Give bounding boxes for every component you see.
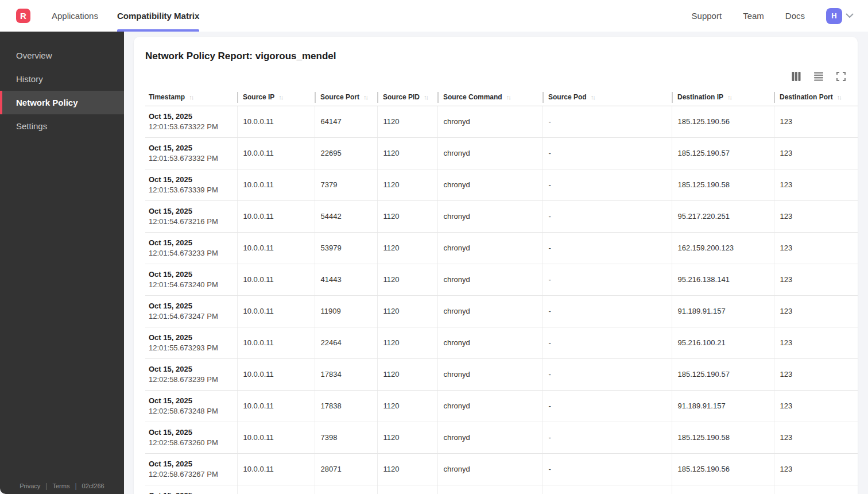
timestamp-time: 12:01:55.673293 PM <box>149 343 232 353</box>
table-cell: 123 <box>774 106 858 137</box>
table-header-row: Timestamp↑↓Source IP↑↓Source Port↑↓Sourc… <box>145 89 858 106</box>
privacy-link[interactable]: Privacy <box>20 483 40 489</box>
table-cell: 91.189.91.157 <box>672 390 774 422</box>
timestamp-time: 12:01:54.673216 PM <box>149 217 232 226</box>
team-link[interactable]: Team <box>743 11 764 21</box>
table-cell: 123 <box>774 390 858 422</box>
column-header[interactable]: Source Port↑↓ <box>315 89 377 106</box>
sort-icon[interactable]: ↑↓ <box>363 94 367 101</box>
timestamp-cell: Oct 15, 202512:02:58.673260 PM <box>145 422 237 453</box>
table-cell: - <box>542 264 672 295</box>
rows-icon[interactable] <box>813 71 824 82</box>
column-header[interactable]: Source PID↑↓ <box>377 89 437 106</box>
table-cell: chronyd <box>437 264 542 295</box>
timestamp-time: 12:02:58.673267 PM <box>149 469 232 479</box>
table-cell: 123 <box>774 200 858 232</box>
sort-icon[interactable]: ↑↓ <box>837 94 841 101</box>
table-cell: - <box>542 232 672 264</box>
terms-link[interactable]: Terms <box>52 483 69 489</box>
table-view-toolbar <box>791 71 846 82</box>
table-cell: - <box>542 169 672 200</box>
sort-icon[interactable]: ↑↓ <box>189 94 193 101</box>
tab-applications[interactable]: Applications <box>52 0 98 32</box>
table-cell: 1120 <box>377 232 437 264</box>
table-cell: 123 <box>774 264 858 295</box>
table-cell: - <box>542 327 672 358</box>
table-cell: chronyd <box>437 390 542 422</box>
table-cell: 7398 <box>315 422 377 453</box>
timestamp-cell: Oct 15, 202512:02:58.673267 PM <box>145 453 237 485</box>
timestamp-date: Oct 15, 2025 <box>149 396 232 406</box>
table-cell <box>542 485 672 494</box>
table-row: Oct 15, 202512:01:55.673293 PM10.0.0.112… <box>145 327 858 358</box>
table-cell: 17834 <box>315 358 377 390</box>
table-cell: - <box>542 390 672 422</box>
column-header[interactable]: Timestamp↑↓ <box>145 89 237 106</box>
table-row: Oct 15, 202512:01:54.673233 PM10.0.0.115… <box>145 232 858 264</box>
timestamp-date: Oct 15, 2025 <box>149 364 232 375</box>
table-cell: 1120 <box>377 106 437 137</box>
tab-compatibility-matrix[interactable]: Compatibility Matrix <box>117 0 199 32</box>
table-cell: 95.217.220.251 <box>672 200 774 232</box>
docs-link[interactable]: Docs <box>785 11 805 21</box>
column-header[interactable]: Source Pod↑↓ <box>542 89 672 106</box>
table-cell: 95.216.100.21 <box>672 327 774 358</box>
column-header[interactable]: Source IP↑↓ <box>237 89 315 106</box>
primary-tabs: Applications Compatibility Matrix <box>52 0 218 32</box>
column-header[interactable]: Destination IP↑↓ <box>672 89 774 106</box>
table-cell: 185.125.190.56 <box>672 106 774 137</box>
sidebar-item-network-policy[interactable]: Network Policy <box>0 91 124 114</box>
network-policy-table-container: Timestamp↑↓Source IP↑↓Source Port↑↓Sourc… <box>134 89 858 494</box>
table-cell: 1120 <box>377 358 437 390</box>
table-cell: - <box>542 358 672 390</box>
table-cell: 123 <box>774 232 858 264</box>
sidebar-item-overview[interactable]: Overview <box>0 44 124 67</box>
table-cell: 95.216.138.141 <box>672 264 774 295</box>
column-header-label: Source PID <box>383 93 420 101</box>
table-row: Oct 15, 202512:02:58.673239 PM10.0.0.111… <box>145 358 858 390</box>
table-cell: 123 <box>774 327 858 358</box>
table-cell: 185.125.190.58 <box>672 422 774 453</box>
sidebar-item-settings[interactable]: Settings <box>0 114 124 138</box>
column-header-label: Timestamp <box>149 93 185 101</box>
table-cell: - <box>542 106 672 137</box>
table-cell: chronyd <box>437 137 542 169</box>
sidebar-item-history[interactable]: History <box>0 67 124 91</box>
support-link[interactable]: Support <box>692 11 722 21</box>
column-header-label: Source Pod <box>548 93 587 101</box>
app-logo[interactable]: R <box>16 9 30 23</box>
timestamp-date: Oct 15, 2025 <box>149 238 232 248</box>
table-cell: 123 <box>774 358 858 390</box>
table-cell <box>377 485 437 494</box>
table-cell: 1120 <box>377 264 437 295</box>
sort-icon[interactable]: ↑↓ <box>424 94 428 101</box>
user-menu[interactable]: H <box>826 8 854 24</box>
table-cell: chronyd <box>437 422 542 453</box>
timestamp-cell: Oct 15, 202512:01:54.673216 PM <box>145 200 237 232</box>
sort-icon[interactable]: ↑↓ <box>727 94 731 101</box>
table-cell <box>237 485 315 494</box>
table-cell: 10.0.0.11 <box>237 295 315 327</box>
avatar[interactable]: H <box>826 8 842 24</box>
table-cell: - <box>542 137 672 169</box>
sort-icon[interactable]: ↑↓ <box>278 94 282 101</box>
table-cell: 10.0.0.11 <box>237 327 315 358</box>
sort-icon[interactable]: ↑↓ <box>506 94 510 101</box>
table-cell <box>672 485 774 494</box>
sidebar-footer: Privacy | Terms | 02cf266 <box>0 482 124 490</box>
table-cell: - <box>542 295 672 327</box>
timestamp-time: 12:01:54.673233 PM <box>149 248 232 258</box>
table-row: Oct 15, 202512:01:53.673339 PM10.0.0.117… <box>145 169 858 200</box>
chevron-down-icon[interactable] <box>846 13 854 18</box>
columns-icon[interactable] <box>791 71 801 82</box>
fullscreen-icon[interactable] <box>836 71 846 82</box>
sort-icon[interactable]: ↑↓ <box>591 94 595 101</box>
table-cell: - <box>542 200 672 232</box>
build-id: 02cf266 <box>82 483 104 489</box>
timestamp-cell: Oct 15, 202512:01:55.673293 PM <box>145 327 237 358</box>
timestamp-time: 12:01:54.673247 PM <box>149 311 232 321</box>
report-header: Network Policy Report: vigorous_mendel <box>134 37 858 82</box>
table-row: Oct 15, 202512:01:54.673240 PM10.0.0.114… <box>145 264 858 295</box>
column-header[interactable]: Destination Port↑↓ <box>774 89 858 106</box>
column-header[interactable]: Source Command↑↓ <box>437 89 542 106</box>
